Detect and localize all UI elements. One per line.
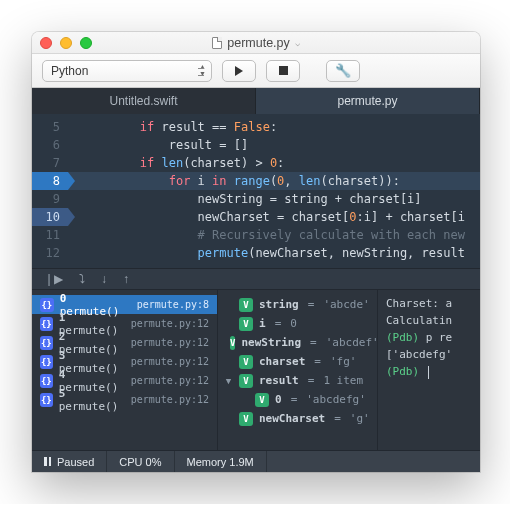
variable-row[interactable]: Vi=0 [218, 314, 377, 333]
var-badge-icon: V [239, 355, 253, 369]
close-window-button[interactable] [40, 37, 52, 49]
debug-panels: {}0 permute()permute.py:8{}1 permute()pe… [32, 290, 480, 450]
zoom-window-button[interactable] [80, 37, 92, 49]
line-gutter[interactable]: 56789101112 [32, 114, 68, 268]
variable-row[interactable]: Vstring='abcde' [218, 295, 377, 314]
console-pane[interactable]: Charset: aCalculatin(Pdb) p re['abcdefg'… [378, 290, 480, 450]
toolbar: Python ▲▼ 🔧 [32, 54, 480, 88]
file-icon [212, 37, 222, 49]
var-badge-icon: V [239, 374, 253, 388]
console-line: (Pdb) [386, 363, 472, 380]
window-filename: permute.py [227, 36, 290, 50]
step-over-button[interactable]: ⤵ [79, 272, 85, 286]
debug-controls: ❘▶ ⤵ ↓ ↑ [32, 268, 480, 290]
title-proxy-caret-icon: ⌵ [295, 38, 300, 48]
ide-window: permute.py ⌵ Python ▲▼ 🔧 Untitled.swiftp… [32, 32, 480, 472]
code-area[interactable]: if result == False: result = [] if len(c… [68, 114, 480, 268]
file-tabs: Untitled.swiftpermute.py [32, 88, 480, 114]
titlebar[interactable]: permute.py ⌵ [32, 32, 480, 54]
step-out-button[interactable]: ↑ [123, 272, 129, 286]
settings-button[interactable]: 🔧 [326, 60, 360, 82]
var-badge-icon: V [239, 298, 253, 312]
minimize-window-button[interactable] [60, 37, 72, 49]
status-cpu: CPU 0% [107, 451, 174, 472]
status-state-label: Paused [57, 456, 94, 468]
console-line: ['abcdefg' [386, 346, 472, 363]
var-badge-icon: V [239, 412, 253, 426]
language-select-value: Python [51, 64, 88, 78]
status-bar: Paused CPU 0% Memory 1.9M [32, 450, 480, 472]
variable-row[interactable]: ▼Vresult=1 item [218, 371, 377, 390]
console-line: Charset: a [386, 295, 472, 312]
play-icon [235, 66, 243, 76]
var-badge-icon: V [239, 317, 253, 331]
select-updown-icon: ▲▼ [199, 63, 206, 77]
continue-button[interactable]: ❘▶ [44, 272, 63, 286]
code-editor[interactable]: 56789101112 if result == False: result =… [32, 114, 480, 268]
traffic-lights [40, 37, 92, 49]
stop-icon [279, 66, 288, 75]
callstack-pane[interactable]: {}0 permute()permute.py:8{}1 permute()pe… [32, 290, 218, 450]
variables-pane[interactable]: Vstring='abcde'Vi=0VnewString='abcdef'Vc… [218, 290, 378, 450]
pause-icon [44, 457, 51, 466]
status-state[interactable]: Paused [32, 451, 107, 472]
variable-row[interactable]: VnewCharset='g' [218, 409, 377, 428]
frame-badge-icon: {} [40, 393, 53, 407]
language-select[interactable]: Python ▲▼ [42, 60, 212, 82]
frame-badge-icon: {} [40, 336, 53, 350]
variable-row[interactable]: Vcharset='fg' [218, 352, 377, 371]
frame-badge-icon: {} [40, 374, 53, 388]
variable-row[interactable]: V0='abcdefg' [218, 390, 377, 409]
step-into-button[interactable]: ↓ [101, 272, 107, 286]
frame-badge-icon: {} [40, 317, 53, 331]
var-badge-icon: V [255, 393, 269, 407]
callstack-frame[interactable]: {}5 permute()permute.py:12 [32, 390, 217, 409]
file-tab[interactable]: Untitled.swift [32, 88, 256, 114]
status-memory: Memory 1.9M [175, 451, 267, 472]
stop-button[interactable] [266, 60, 300, 82]
wrench-icon: 🔧 [335, 63, 351, 78]
frame-badge-icon: {} [40, 298, 54, 312]
file-tab[interactable]: permute.py [256, 88, 480, 114]
disclosure-triangle-icon[interactable]: ▼ [224, 376, 233, 386]
console-line: (Pdb) p re [386, 329, 472, 346]
variable-row[interactable]: VnewString='abcdef' [218, 333, 377, 352]
window-title: permute.py ⌵ [32, 36, 480, 50]
run-button[interactable] [222, 60, 256, 82]
frame-badge-icon: {} [40, 355, 53, 369]
var-badge-icon: V [230, 336, 235, 350]
console-line: Calculatin [386, 312, 472, 329]
